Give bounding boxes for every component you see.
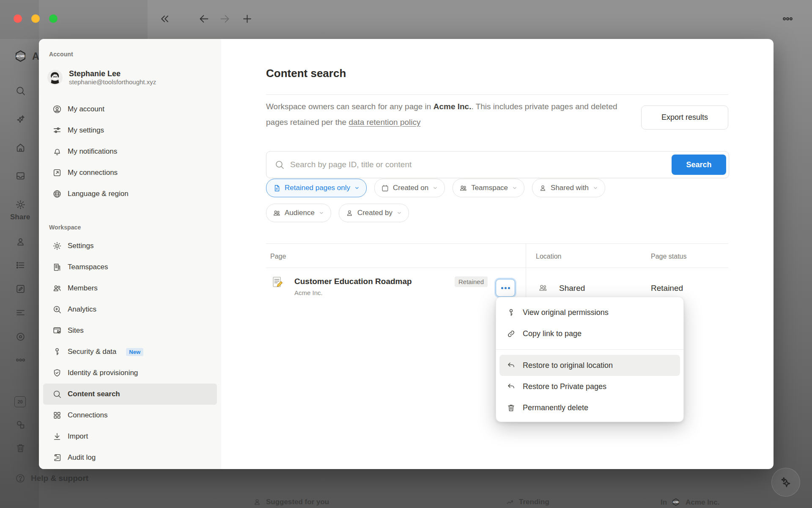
search-button[interactable]: Search bbox=[672, 155, 726, 175]
person-circle-icon bbox=[52, 105, 62, 114]
shared-section-fragment: Share bbox=[10, 213, 30, 221]
menu-item-copy-link-to-page[interactable]: Copy link to page bbox=[499, 323, 680, 344]
menu-item-permanently-delete[interactable]: Permanently delete bbox=[499, 397, 680, 418]
sidebar-item-import[interactable]: Import bbox=[43, 426, 217, 447]
undo-icon bbox=[507, 361, 516, 370]
location-cell: Shared bbox=[559, 284, 585, 293]
new-tab-button[interactable] bbox=[241, 13, 253, 25]
sidebar-item-connections[interactable]: Connections bbox=[43, 405, 217, 426]
column-header-location: Location bbox=[536, 253, 562, 260]
row-actions-menu: View original permissions Copy link to p… bbox=[496, 297, 684, 422]
menu-item-label: View original permissions bbox=[523, 308, 609, 317]
filter-audience[interactable]: Audience bbox=[266, 204, 331, 222]
menu-item-restore-to-original-location[interactable]: Restore to original location bbox=[499, 355, 680, 376]
page-title-cell[interactable]: Customer Education Roadmap bbox=[294, 277, 412, 286]
help-support: Help & support bbox=[15, 473, 88, 483]
menu-separator bbox=[496, 349, 683, 350]
scroll-icon bbox=[52, 453, 62, 462]
grid-icon bbox=[52, 411, 62, 420]
ai-sparkle-icon bbox=[15, 114, 26, 124]
filter-retained-pages-only[interactable]: Retained pages only bbox=[266, 179, 367, 197]
memo-page-icon bbox=[271, 275, 284, 289]
sidebar-item-identity-provisioning[interactable]: Identity & provisioning bbox=[43, 362, 217, 384]
trending-label: Trending bbox=[519, 498, 549, 506]
in-workspace: In Acme Inc. bbox=[661, 498, 719, 507]
inbox-icon bbox=[15, 171, 26, 181]
user-name: Stephanie Lee bbox=[69, 69, 156, 78]
sidebar-collapse-button[interactable] bbox=[159, 13, 170, 25]
gear-icon bbox=[52, 241, 62, 251]
sidebar-item-my-notifications[interactable]: My notifications bbox=[43, 141, 217, 162]
page-title: Content search bbox=[266, 67, 346, 80]
sidebar-item-label: Identity & provisioning bbox=[68, 369, 138, 377]
trash-icon bbox=[507, 403, 516, 412]
sidebar-item-analytics[interactable]: Analytics bbox=[43, 299, 217, 320]
key-icon bbox=[507, 308, 516, 317]
menu-item-label: Copy link to page bbox=[523, 329, 582, 338]
sidebar-item-label: Audit log bbox=[68, 453, 96, 462]
person-icon bbox=[346, 209, 354, 217]
filter-created-on[interactable]: Created on bbox=[374, 179, 445, 197]
filter-created-by[interactable]: Created by bbox=[339, 204, 409, 222]
forward-button[interactable] bbox=[219, 13, 230, 25]
sidebar-item-sites[interactable]: Sites bbox=[43, 320, 217, 341]
back-button[interactable] bbox=[198, 13, 210, 25]
sidebar-item-label: Language & region bbox=[68, 190, 129, 198]
retained-badge: Retained bbox=[455, 276, 488, 287]
traffic-close-button[interactable] bbox=[14, 14, 22, 23]
filter-label: Audience bbox=[285, 209, 315, 217]
sidebar-item-content-search[interactable]: Content search bbox=[43, 384, 217, 405]
filter-teamspace[interactable]: Teamspace bbox=[453, 179, 524, 197]
document-icon bbox=[273, 184, 281, 192]
person-icon bbox=[253, 498, 261, 506]
sparkles-icon bbox=[779, 476, 792, 489]
avatar bbox=[47, 70, 63, 85]
chevron-down-icon bbox=[396, 210, 402, 216]
magnifier-icon bbox=[52, 389, 62, 399]
table-header-divider bbox=[266, 268, 728, 268]
sidebar-item-my-account[interactable]: My account bbox=[43, 99, 217, 120]
sidebar-item-teamspaces[interactable]: Teamspaces bbox=[43, 257, 217, 278]
chevron-down-icon bbox=[593, 185, 598, 191]
traffic-minimize-button[interactable] bbox=[31, 14, 40, 23]
sidebar-item-settings[interactable]: Settings bbox=[43, 235, 217, 257]
sidebar-item-audit-log[interactable]: Audit log bbox=[43, 447, 217, 468]
ellipsis-icon bbox=[782, 13, 793, 25]
page-status-cell: Retained bbox=[651, 284, 683, 293]
sidebar-item-my-connections[interactable]: My connections bbox=[43, 162, 217, 183]
sidebar-item-language-region[interactable]: Language & region bbox=[43, 183, 217, 204]
sidebar-item-members[interactable]: Members bbox=[43, 278, 217, 299]
sidebar-item-label: Teamspaces bbox=[68, 263, 108, 271]
sidebar-item-my-settings[interactable]: My settings bbox=[43, 120, 217, 141]
menu-item-restore-to-private-pages[interactable]: Restore to Private pages bbox=[499, 376, 680, 397]
search-input[interactable] bbox=[289, 152, 659, 177]
templates-shapes-icon bbox=[15, 420, 26, 430]
undo-icon bbox=[507, 382, 516, 391]
suggested-label: Suggested for you bbox=[266, 498, 329, 506]
sidebar-item-security-data[interactable]: Security & dataNew bbox=[43, 341, 217, 362]
export-results-button[interactable]: Export results bbox=[641, 105, 728, 130]
acme-logo-icon bbox=[672, 498, 681, 507]
ai-assistant-fab[interactable] bbox=[771, 468, 800, 497]
settings-sidebar: Account Stephanie Lee stephanie@toolsfor… bbox=[39, 39, 221, 469]
magnifier-icon bbox=[274, 160, 285, 170]
sidebar-item-label: My connections bbox=[68, 168, 118, 177]
calendar-icon bbox=[381, 184, 389, 192]
acme-workspace-logo-icon bbox=[14, 50, 27, 63]
new-badge: New bbox=[126, 348, 143, 356]
account-section-label: Account bbox=[49, 51, 73, 58]
trash-icon bbox=[15, 443, 26, 453]
chevron-down-icon bbox=[432, 185, 438, 191]
traffic-zoom-button[interactable] bbox=[49, 14, 58, 23]
row-actions-button[interactable] bbox=[496, 279, 515, 297]
chevron-down-icon bbox=[318, 210, 324, 216]
menu-item-view-original-permissions[interactable]: View original permissions bbox=[499, 302, 680, 323]
window-more-button[interactable] bbox=[782, 13, 793, 25]
page-subtitle: Acme Inc. bbox=[294, 289, 323, 296]
people-icon bbox=[459, 184, 467, 192]
sliders-icon bbox=[52, 126, 62, 135]
arrow-right-icon bbox=[219, 13, 230, 25]
filter-shared-with[interactable]: Shared with bbox=[532, 179, 605, 197]
people-icon bbox=[538, 283, 548, 293]
data-retention-policy-link[interactable]: data retention policy bbox=[348, 118, 420, 127]
